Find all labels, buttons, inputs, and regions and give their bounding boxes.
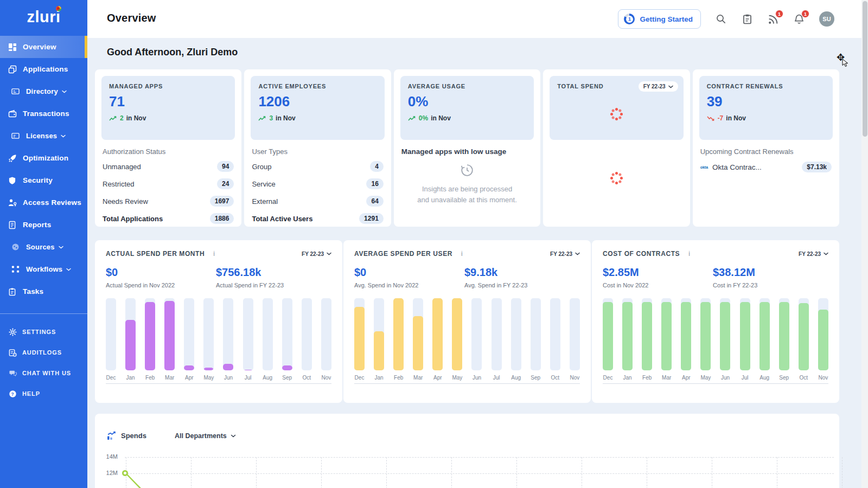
month-label: Nov [570, 375, 580, 381]
value-pill: 1697 [210, 196, 234, 207]
stat-cards-row: MANAGED APPS 71 2 in Nov Authorization S… [95, 69, 839, 227]
avatar[interactable]: SU [819, 11, 834, 27]
bell-icon[interactable]: 1 [793, 13, 805, 25]
sidebar-item-licenses[interactable]: Licenses [0, 125, 87, 147]
bar-column: Mar [413, 298, 423, 370]
sidebar-item-label: Reports [23, 221, 51, 229]
fy-filter-dropdown[interactable]: FY 22-23 [302, 251, 331, 257]
info-icon[interactable]: i [461, 250, 463, 258]
trend-indicator: 0% in Nov [408, 114, 526, 122]
stat-total-row: Total Active Users1291 [251, 210, 384, 227]
month-label: Sep [779, 375, 789, 381]
sources-icon [11, 242, 20, 252]
sidebar-item-sources[interactable]: Sources [0, 236, 87, 258]
month-label: Jun [720, 375, 730, 381]
license-card-icon [11, 131, 20, 140]
bar-column: Apr [432, 298, 443, 370]
bar-column: Aug [760, 298, 770, 370]
trend-up-icon [109, 115, 117, 121]
month-label: Dec [106, 375, 116, 381]
gear-icon [9, 328, 17, 336]
value-pill: 94 [217, 161, 234, 172]
active-employees-card: ACTIVE EMPLOYEES 1206 3 in Nov User Type… [244, 69, 391, 227]
sidebar-item-optimization[interactable]: Optimization [0, 147, 87, 169]
managed-apps-card: MANAGED APPS 71 2 in Nov Authorization S… [95, 69, 241, 227]
fy-filter-dropdown[interactable]: FY 22-23 [639, 81, 678, 92]
info-icon[interactable]: i [688, 250, 690, 258]
getting-started-button[interactable]: 1 Getting Started [618, 9, 701, 29]
card-title: ACTIVE EMPLOYEES [258, 83, 376, 89]
sidebar-item-access-reviews[interactable]: Access Reviews [0, 191, 87, 214]
rocket-icon [8, 153, 17, 163]
sidebar-item-label: CHAT WITH US [22, 370, 71, 376]
month-label: Dec [603, 375, 613, 381]
month-label: Mar [164, 375, 175, 381]
chart-title: AVERAGE SPEND PER USER [354, 250, 452, 258]
info-icon[interactable]: i [213, 250, 215, 258]
vertical-gridline [321, 457, 322, 488]
grid-icon [8, 42, 17, 52]
sidebar-item-security[interactable]: Security [0, 169, 87, 191]
value-pill: 1291 [359, 213, 384, 224]
zluri-logo[interactable]: zluri [0, 0, 87, 34]
trend-up-icon [258, 115, 266, 121]
total-spend-card: TOTAL SPEND FY 22-23 [543, 69, 690, 227]
bar-column: Jun [223, 298, 233, 370]
y-axis-label: 14M [99, 453, 118, 460]
month-label: Jul [492, 375, 502, 381]
sidebar-item-help[interactable]: ? HELP [0, 383, 87, 404]
chevron-down-icon [575, 252, 580, 255]
chart-title: ACTUAL SPEND PER MONTH [106, 250, 205, 258]
month-label: Jan [374, 375, 384, 381]
sidebar-item-transactions[interactable]: Transactions [0, 102, 87, 125]
sidebar-item-overview[interactable]: Overview [0, 36, 87, 58]
sidebar-item-workflows[interactable]: Workflows [0, 258, 87, 280]
month-label: Apr [432, 375, 443, 381]
search-icon[interactable] [715, 13, 727, 25]
month-label: Nov [818, 375, 828, 381]
vertical-gridline [582, 457, 582, 488]
bar-column: Jan [125, 298, 136, 370]
feed-badge: 1 [775, 10, 783, 18]
sidebar-item-tasks[interactable]: Tasks [0, 280, 87, 303]
top-bar: Overview 1 Getting Started 1 1 SU [87, 0, 868, 38]
fy-filter-dropdown[interactable]: FY 22-23 [799, 251, 828, 257]
stat-row: Restricted24 [101, 175, 235, 192]
sidebar-item-directory[interactable]: Directory [0, 80, 87, 102]
notes-clipboard-icon[interactable] [741, 13, 753, 25]
month-label: Oct [550, 375, 560, 381]
sidebar-item-settings[interactable]: SETTINGS [0, 322, 87, 342]
okta-logo-icon: okta [700, 165, 708, 169]
activity-feed-icon[interactable]: 1 [767, 13, 779, 25]
user-key-icon [8, 198, 17, 207]
bar-column: Nov [818, 298, 828, 370]
vertical-gridline [256, 457, 257, 488]
sidebar-item-auditlogs[interactable]: AUDITLOGS [0, 342, 87, 363]
sidebar-item-label: Transactions [23, 110, 69, 118]
stat-row: Unmanaged94 [101, 158, 235, 175]
sidebar-item-label: AUDITLOGS [22, 349, 62, 356]
department-filter-dropdown[interactable]: All Departments [175, 432, 236, 440]
sidebar-item-applications[interactable]: Applications [0, 58, 87, 80]
month-label: Feb [393, 375, 404, 381]
card-value: 39 [707, 93, 825, 110]
sidebar-item-reports[interactable]: Reports [0, 214, 87, 236]
greeting-text: Good Afternoon, Zluri Demo [107, 47, 238, 58]
bar-column: Jul [243, 298, 253, 370]
scrollbar-thumb[interactable] [863, 1, 867, 137]
card-value: 1206 [258, 93, 376, 110]
renewal-label: Okta Contrac... [712, 163, 762, 171]
month-label: Jan [622, 375, 633, 381]
sidebar-item-chat-with-us[interactable]: CHAT WITH US [0, 363, 87, 383]
bar-column: Nov [321, 298, 331, 370]
chart-stat: $756.18kActual Spend in FY 22-23 [216, 266, 326, 288]
sidebar-item-label: Directory [26, 87, 58, 95]
renewal-row[interactable]: okta Okta Contrac... $7.13k [699, 158, 833, 176]
value-pill: $7.13k [802, 162, 832, 172]
sidebar-item-label: Access Reviews [23, 198, 81, 207]
bar-column: Sep [282, 298, 292, 370]
fy-filter-dropdown[interactable]: FY 22-23 [550, 251, 580, 257]
mouse-pointer-icon [842, 59, 848, 67]
help-icon: ? [9, 390, 17, 398]
bar-column: Dec [106, 298, 116, 370]
